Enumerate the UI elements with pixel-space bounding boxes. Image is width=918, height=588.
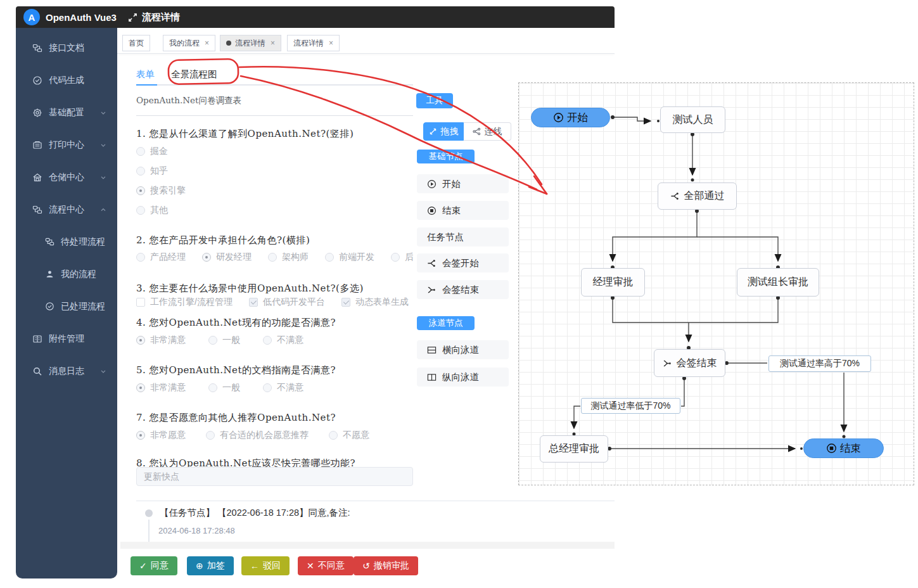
radio-button — [208, 336, 217, 345]
gear-icon — [32, 108, 42, 118]
flow-canvas[interactable] — [518, 82, 914, 485]
radio-button — [136, 186, 145, 195]
palette-end-node[interactable]: 结束 — [417, 201, 509, 220]
sidebar-item-api-docs[interactable]: 接口文档 — [16, 32, 117, 64]
sidebar-item-code-gen[interactable]: 代码生成 — [16, 64, 117, 96]
flow-node-end[interactable]: 结束 — [803, 438, 884, 458]
q1-option: 其他 — [136, 205, 413, 216]
revoke-approval-button[interactable]: ↺撤销审批 — [354, 556, 418, 575]
flow-node-test-lead-approve[interactable]: 测试组长审批 — [737, 268, 819, 297]
questionnaire-form: OpenAuth.Net问卷调查表 1. 您是从什么渠道了解到OpenAuth.… — [136, 91, 413, 517]
radio-button — [136, 383, 145, 392]
lane-nodes-badge: 泳道节点 — [417, 316, 475, 330]
drag-arrows-icon — [429, 127, 437, 136]
circle-play-icon — [553, 112, 564, 123]
palette-countersign-start-node[interactable]: 会签开始 — [417, 253, 509, 272]
palette-start-node[interactable]: 开始 — [417, 174, 509, 193]
question-7-label: 7. 您是否愿意向其他人推荐OpenAuth.Net? — [136, 412, 336, 424]
warehouse-icon — [32, 172, 42, 182]
agree-button[interactable]: ✓同意 — [131, 556, 177, 575]
printer-icon — [32, 140, 42, 150]
flow-node-start[interactable]: 开始 — [531, 108, 610, 127]
app-title: OpenAuth Vue3 — [46, 12, 117, 23]
circle-stop-icon — [427, 206, 437, 215]
undo-icon: ↺ — [362, 561, 370, 571]
chevron-down-icon — [99, 174, 107, 181]
flow-node-manager-approve[interactable]: 经理审批 — [581, 268, 645, 297]
merge-icon — [663, 359, 672, 368]
q1-option: 知乎 — [136, 165, 413, 177]
attachment-icon — [32, 334, 42, 344]
radio-button — [206, 431, 215, 440]
close-icon[interactable]: × — [271, 35, 275, 51]
chevron-down-icon — [99, 141, 107, 149]
tab-form[interactable]: 表单 — [136, 63, 155, 85]
timeline-entry-title: 【任务节点】 【2022-06-18 17:28】同意,备注: — [160, 507, 350, 519]
checkbox — [249, 298, 258, 307]
checkbox — [341, 298, 350, 307]
flow-node-countersign-end[interactable]: 会签结束 — [654, 349, 725, 377]
question-3-label: 3. 您主要在什么场景中使用OpenAuth.Net?(多选) — [136, 283, 364, 295]
header-page-title: 流程详情 — [142, 11, 180, 23]
tabs-underline-track — [136, 84, 413, 86]
palette-countersign-end-node[interactable]: 会签结束 — [417, 280, 509, 299]
radio-button — [136, 336, 145, 345]
basic-nodes-badge: 基础节点 — [417, 150, 475, 163]
sidebar-item-my-flows[interactable]: 我的流程 — [16, 258, 117, 290]
sidebar-item-flow-center[interactable]: 流程中心 — [16, 193, 117, 226]
palette-horizontal-lane[interactable]: 横向泳道 — [417, 340, 509, 359]
add-sign-button[interactable]: ⊕加签 — [187, 556, 234, 575]
question-1-label: 1. 您是从什么渠道了解到OpenAuth.Net?(竖排) — [136, 128, 354, 140]
circle-stop-icon — [826, 443, 837, 454]
section-divider — [136, 501, 615, 501]
reject-button[interactable]: ←驳回 — [241, 556, 290, 575]
connect-mode-button[interactable]: 连线 — [464, 122, 511, 141]
q2-options: 产品经理 研发经理 架构师 前端开发 后端开发 — [136, 252, 413, 263]
radio-button — [136, 253, 145, 262]
edge-label-pass-rate-high[interactable]: 测试通过率高于70% — [768, 355, 871, 372]
done-check-icon — [45, 302, 54, 311]
circle-play-icon — [427, 179, 437, 189]
flow-node-gm-approve[interactable]: 总经理审批 — [540, 435, 608, 463]
radio-button — [136, 167, 145, 176]
sidebar-item-pending-flows[interactable]: 待处理流程 — [16, 226, 117, 258]
palette-task-node[interactable]: 任务节点 — [417, 227, 509, 246]
app-logo-icon: A — [23, 9, 40, 25]
sidebar: 接口文档 代码生成 基础配置 打印中心 仓储中心 流程中心 待处理流程 我的流程… — [16, 28, 117, 578]
close-icon[interactable]: × — [205, 35, 209, 51]
sidebar-item-done-flows[interactable]: 已处理流程 — [16, 290, 117, 323]
tab-flow-detail-active[interactable]: 流程详情× — [220, 35, 281, 51]
link-nodes-icon — [473, 127, 481, 136]
code-check-icon — [32, 75, 42, 86]
tab-panorama-flowchart[interactable]: 全景流程图 — [171, 63, 217, 85]
sidebar-item-print-center[interactable]: 打印中心 — [16, 129, 117, 161]
edge-label-pass-rate-low[interactable]: 测试通过率低于70% — [581, 398, 680, 414]
sidebar-item-attachments[interactable]: 附件管理 — [16, 323, 117, 355]
tab-flow-detail[interactable]: 流程详情× — [287, 35, 340, 51]
radio-button — [329, 431, 338, 440]
radio-button — [263, 336, 272, 345]
tab-home[interactable]: 首页 — [122, 35, 150, 51]
tab-my-flows[interactable]: 我的流程× — [163, 35, 215, 51]
sidebar-item-warehouse-center[interactable]: 仓储中心 — [16, 161, 117, 193]
collapse-arrows-icon[interactable] — [128, 13, 137, 22]
disagree-button[interactable]: ✕不同意 — [298, 556, 354, 575]
flow-node-all-pass[interactable]: 全部通过 — [658, 182, 737, 210]
chevron-down-icon — [99, 368, 107, 375]
check-icon: ✓ — [139, 561, 147, 571]
radio-button — [325, 253, 334, 262]
sidebar-item-message-log[interactable]: 消息日志 — [16, 355, 117, 387]
radio-button — [208, 383, 217, 392]
sidebar-item-base-config[interactable]: 基础配置 — [16, 96, 117, 129]
flow-icon — [32, 205, 42, 215]
branch-icon — [427, 259, 437, 268]
q1-option: 搜索引擎 — [136, 185, 413, 196]
checkbox — [136, 298, 145, 307]
timeline-dot-icon — [145, 509, 153, 517]
close-icon[interactable]: × — [329, 35, 333, 51]
flow-node-tester[interactable]: 测试人员 — [660, 106, 725, 133]
palette-vertical-lane[interactable]: 纵向泳道 — [417, 368, 509, 387]
question-2-label: 2. 您在产品开发中承担什么角色?(横排) — [136, 234, 310, 246]
api-icon — [32, 43, 42, 53]
drag-mode-button[interactable]: 拖拽 — [423, 122, 464, 141]
